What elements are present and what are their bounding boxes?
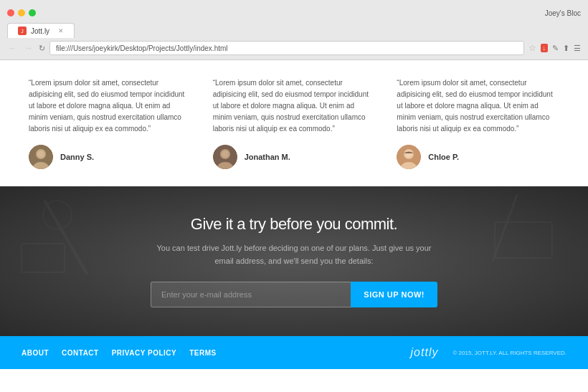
testimonial-2-name: Jonathan M. [245, 153, 290, 161]
footer-link-terms[interactable]: TERMS [189, 349, 217, 357]
close-dot[interactable] [7, 9, 14, 16]
avatar-chloe [397, 145, 421, 169]
testimonial-3-text: “Lorem ipsum dolor sit amet, consectetur… [397, 77, 559, 135]
footer-logo: jottly [411, 346, 439, 359]
tab-favicon: J [18, 27, 27, 35]
download-icon[interactable]: ↓ [541, 44, 549, 52]
signup-button[interactable]: SIGN UP NOW! [351, 282, 437, 307]
browser-actions: ☆ ↓ ✎ ⬆ ☰ [528, 43, 582, 53]
email-input[interactable] [151, 282, 351, 307]
maximize-dot[interactable] [29, 9, 36, 16]
cta-subtext: You can test drive Jott.ly before decidi… [151, 242, 437, 267]
avatar-danny [29, 145, 53, 169]
testimonial-1: “Lorem ipsum dolor sit amet, consectetur… [29, 77, 191, 169]
address-bar[interactable]: file:///Users/joeykirk/Desktop/Projects/… [49, 41, 524, 55]
svg-point-7 [222, 150, 229, 158]
menu-icon[interactable]: ☰ [574, 44, 581, 53]
footer-links: ABOUT CONTACT PRIVACY POLICY TERMS [22, 349, 217, 357]
footer-link-contact[interactable]: CONTACT [62, 349, 99, 357]
footer: ABOUT CONTACT PRIVACY POLICY TERMS jottl… [0, 336, 588, 369]
testimonial-1-author: Danny S. [29, 145, 191, 169]
footer-right: jottly © 2015, JOTT.LY. ALL RIGHTS RESER… [411, 346, 566, 359]
testimonial-1-name: Danny S. [60, 153, 94, 161]
testimonial-1-text: “Lorem ipsum dolor sit amet, consectetur… [29, 77, 191, 135]
tab-title: Jott.ly [31, 27, 49, 35]
window-controls [7, 9, 36, 16]
testimonial-2-text: “Lorem ipsum dolor sit amet, consectetur… [213, 77, 376, 135]
cta-headline: Give it a try before you commit. [14, 215, 574, 234]
testimonial-3-author: Chloe P. [397, 145, 559, 169]
page-content: “Lorem ipsum dolor sit amet, consectetur… [0, 60, 588, 392]
back-button[interactable]: ← [7, 42, 19, 54]
cta-form: SIGN UP NOW! [151, 282, 437, 307]
star-icon[interactable]: ☆ [528, 43, 536, 53]
url-text: file:///Users/joeykirk/Desktop/Projects/… [56, 44, 228, 52]
footer-link-privacy[interactable]: PRIVACY POLICY [112, 349, 177, 357]
testimonials-section: “Lorem ipsum dolor sit amet, consectetur… [0, 60, 588, 186]
share-icon[interactable]: ⬆ [563, 44, 569, 53]
testimonial-2-author: Jonathan M. [213, 145, 376, 169]
refresh-button[interactable]: ↻ [39, 44, 45, 53]
avatar-jonathan [213, 145, 237, 169]
tab-close-icon[interactable]: ✕ [58, 27, 64, 34]
testimonial-2: “Lorem ipsum dolor sit amet, consectetur… [213, 77, 376, 169]
testimonial-3-name: Chloe P. [428, 153, 459, 161]
forward-button[interactable]: → [23, 42, 34, 54]
browser-chrome: Joey's Bloc J Jott.ly ✕ ← → ↻ file:///Us… [0, 0, 588, 60]
edit-icon[interactable]: ✎ [552, 44, 559, 53]
minimize-dot[interactable] [18, 9, 25, 16]
testimonial-3: “Lorem ipsum dolor sit amet, consectetur… [397, 77, 559, 169]
browser-tab[interactable]: J Jott.ly ✕ [7, 23, 75, 38]
svg-point-3 [37, 150, 44, 158]
footer-link-about[interactable]: ABOUT [22, 349, 49, 357]
footer-copyright: © 2015, JOTT.LY. ALL RIGHTS RESERVED. [452, 349, 566, 357]
cta-section: Give it a try before you commit. You can… [0, 186, 588, 336]
cta-content: Give it a try before you commit. You can… [14, 215, 574, 307]
user-label: Joey's Bloc [545, 9, 581, 17]
